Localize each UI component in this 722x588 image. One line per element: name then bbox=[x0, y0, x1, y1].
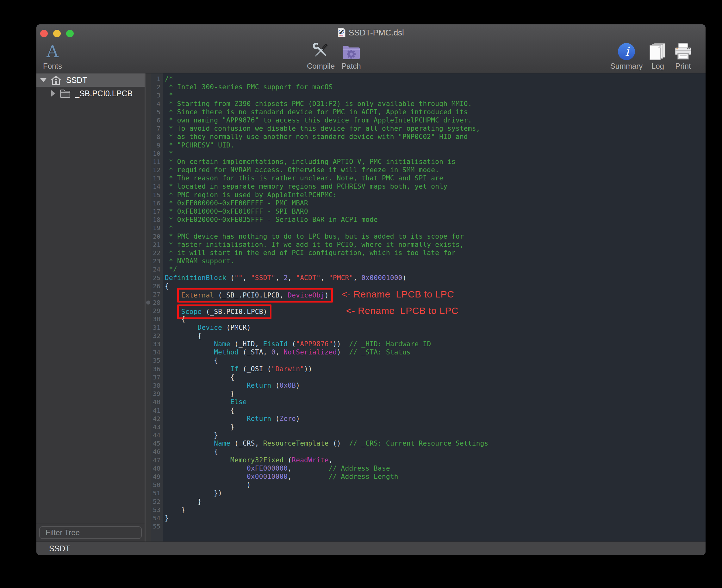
line-number: 50 bbox=[146, 481, 163, 489]
code-line: * PMC region is used by AppleIntelPCHPMC… bbox=[165, 191, 705, 199]
filter-tree-field[interactable] bbox=[39, 526, 142, 539]
line-number: 4 bbox=[146, 100, 163, 108]
line-number: 19 bbox=[146, 224, 163, 232]
status-bar: SSDT bbox=[36, 542, 705, 555]
code-line: If (_OSI ("Darwin")) bbox=[165, 365, 705, 373]
code-line: * 0xFE020000~0xFE035FFF - SerialIo BAR i… bbox=[165, 215, 705, 224]
line-number: 29 bbox=[146, 307, 163, 315]
code-line: { bbox=[165, 406, 705, 415]
line-number: 41 bbox=[146, 406, 163, 415]
tree-item-sb-pci0-lpcb[interactable]: _SB.PCI0.LPCB bbox=[36, 87, 145, 100]
code-line: { bbox=[165, 356, 705, 364]
fonts-button[interactable]: A Fonts bbox=[36, 40, 76, 70]
line-number: 10 bbox=[146, 149, 163, 158]
code-line: * bbox=[165, 224, 705, 232]
code-line: * located in separate memory regions and… bbox=[165, 182, 705, 190]
code-line: ) bbox=[165, 481, 705, 489]
code-line: * NVRAM support. bbox=[165, 257, 705, 265]
code-line: Name (_HID, EisaId ("APP9876")) // _HID:… bbox=[165, 340, 705, 348]
line-number: 32 bbox=[146, 332, 163, 340]
line-number: 3 bbox=[146, 91, 163, 99]
line-number: 44 bbox=[146, 431, 163, 439]
code-line: Memory32Fixed (ReadWrite, bbox=[165, 456, 705, 464]
line-number: 11 bbox=[146, 158, 163, 166]
code-line: * as they normally use another non-stand… bbox=[165, 132, 705, 141]
line-number: 6 bbox=[146, 116, 163, 124]
patch-label: Patch bbox=[341, 62, 361, 70]
code-line: * 0xFE010000~0xFE010FFF - SPI BAR0 bbox=[165, 207, 705, 215]
line-number: 18 bbox=[146, 215, 163, 224]
code-line: Method (_STA, 0, NotSerialized) // _STA:… bbox=[165, 348, 705, 356]
code-line: * own naming "APP9876" to access this de… bbox=[165, 116, 705, 124]
line-number: 39 bbox=[146, 390, 163, 398]
line-number: 40 bbox=[146, 398, 163, 406]
line-number: 43 bbox=[146, 423, 163, 431]
code-line: 0xFE000000, // Address Base bbox=[165, 464, 705, 472]
line-number: 53 bbox=[146, 506, 163, 514]
line-number: 2 bbox=[146, 83, 163, 91]
code-line: } bbox=[165, 498, 705, 506]
code-line: 0x00010000, // Address Length bbox=[165, 472, 705, 481]
filter-tree-input[interactable] bbox=[46, 528, 144, 537]
line-number: 36 bbox=[146, 365, 163, 373]
rename-annotation: <- Rename LPCB to LPC bbox=[342, 289, 454, 299]
line-number: 14 bbox=[146, 182, 163, 190]
code-line: DefinitionBlock ("", "SSDT", 2, "ACDT", … bbox=[165, 274, 705, 282]
line-number: 9 bbox=[146, 141, 163, 149]
code-line: Else bbox=[165, 398, 705, 406]
code-line: } bbox=[165, 390, 705, 398]
maciasl-window: DSL SSDT-PMC.dsl A Fonts bbox=[36, 24, 705, 555]
disclosure-right-icon[interactable] bbox=[51, 90, 55, 97]
line-number: 54 bbox=[146, 514, 163, 522]
code-line: { bbox=[165, 373, 705, 381]
house-icon bbox=[50, 75, 62, 85]
line-number: 17 bbox=[146, 207, 163, 215]
line-number: 21 bbox=[146, 240, 163, 249]
line-number: 26 bbox=[146, 282, 163, 290]
code-line: Return (Zero) bbox=[165, 415, 705, 423]
code-line: }) bbox=[165, 489, 705, 497]
line-number: 38 bbox=[146, 381, 163, 390]
window-title: SSDT-PMC.dsl bbox=[349, 28, 404, 38]
code-line: } bbox=[165, 506, 705, 514]
code-line: { bbox=[165, 447, 705, 456]
folder-icon bbox=[60, 89, 70, 98]
rename-highlight-box: External (_SB_.PCI0.LPCB, DeviceObj) bbox=[177, 288, 333, 302]
line-number: 20 bbox=[146, 232, 163, 240]
ssdt-tree: SSDT _SB.PCI0.LPCB bbox=[36, 74, 145, 523]
line-number: 31 bbox=[146, 323, 163, 332]
editor-pane: 1234567891011121314151617181920212223242… bbox=[146, 74, 705, 542]
code-editor[interactable]: /* * Intel 300-series PMC support for ma… bbox=[163, 74, 705, 542]
disclosure-down-icon[interactable] bbox=[40, 78, 46, 82]
main-content: SSDT _SB.PCI0.LPCB bbox=[36, 74, 705, 542]
svg-text:DSL: DSL bbox=[339, 35, 343, 37]
print-button[interactable]: Print bbox=[659, 40, 705, 70]
code-line: * Since there is no standard device for … bbox=[165, 108, 705, 116]
code-line: * required for NVRAM access. Otherwise i… bbox=[165, 166, 705, 174]
tree-item-label: _SB.PCI0.LPCB bbox=[75, 89, 132, 98]
tree-item-ssdt[interactable]: SSDT bbox=[36, 74, 145, 87]
line-number: 24 bbox=[146, 265, 163, 273]
line-number: 8 bbox=[146, 132, 163, 141]
code-line: * To avoid confusion we disable this dev… bbox=[165, 124, 705, 132]
code-line: Device (PMCR) bbox=[165, 323, 705, 332]
line-number: 47 bbox=[146, 456, 163, 464]
code-line: * The reason for this is rather unclear.… bbox=[165, 174, 705, 182]
code-line: { bbox=[165, 332, 705, 340]
rename-annotation: <- Rename LPCB to LPC bbox=[346, 306, 459, 316]
code-line: } bbox=[165, 431, 705, 439]
line-number: 28 bbox=[146, 298, 163, 307]
code-line: * "PCHRESV" UID. bbox=[165, 141, 705, 149]
titlebar: DSL SSDT-PMC.dsl bbox=[36, 27, 705, 38]
code-line: * bbox=[165, 149, 705, 158]
line-number: 33 bbox=[146, 340, 163, 348]
info-icon: i bbox=[618, 43, 635, 60]
code-line: /* bbox=[165, 75, 705, 83]
line-marker-dot bbox=[146, 301, 150, 305]
code-line: Return (0x0B) bbox=[165, 381, 705, 390]
line-number: 22 bbox=[146, 249, 163, 257]
code-line bbox=[165, 522, 705, 530]
line-number: 12 bbox=[146, 166, 163, 174]
patch-button[interactable]: Patch bbox=[327, 40, 375, 70]
line-number: 49 bbox=[146, 472, 163, 481]
